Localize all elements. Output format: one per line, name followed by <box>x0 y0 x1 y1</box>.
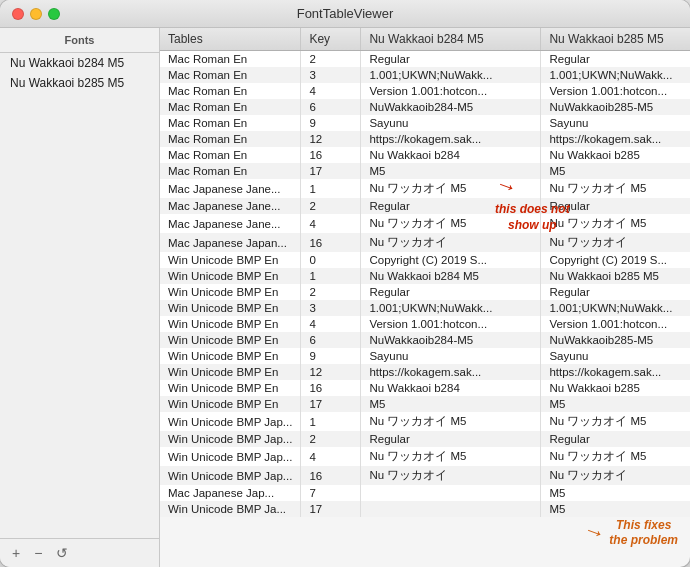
table-row[interactable]: Mac Japanese Japan... 16 Nu ワッカオイ Nu ワッカ… <box>160 233 690 252</box>
col-header-key: Key <box>301 28 361 51</box>
fonts-sidebar-footer: + − ↺ <box>0 538 159 567</box>
table-row[interactable]: Win Unicode BMP En 0 Copyright (C) 2019 … <box>160 252 690 268</box>
cell-tables: Win Unicode BMP En <box>160 284 301 300</box>
cell-font1: Version 1.001:hotcon... <box>361 316 541 332</box>
cell-font1: Regular <box>361 284 541 300</box>
cell-key: 4 <box>301 214 361 233</box>
cell-font2: M5 <box>541 396 690 412</box>
cell-tables: Win Unicode BMP Jap... <box>160 431 301 447</box>
cell-font1: Sayunu <box>361 115 541 131</box>
cell-tables: Win Unicode BMP Jap... <box>160 466 301 485</box>
cell-font2: NuWakkaoib285-M5 <box>541 332 690 348</box>
table-row[interactable]: Win Unicode BMP Jap... 1 Nu ワッカオイ M5 Nu … <box>160 412 690 431</box>
table-row[interactable]: Mac Roman En 9 Sayunu Sayunu <box>160 115 690 131</box>
cell-key: 17 <box>301 396 361 412</box>
annotation-top-text: this does notshow up <box>495 202 570 233</box>
table-row[interactable]: Mac Roman En 4 Version 1.001:hotcon... V… <box>160 83 690 99</box>
cell-key: 16 <box>301 147 361 163</box>
annotation-bottom-text: This fixesthe problem <box>609 518 678 549</box>
cell-key: 16 <box>301 380 361 396</box>
add-font-button[interactable]: + <box>8 543 24 563</box>
table-row[interactable]: Mac Japanese Jap... 7 M5 <box>160 485 690 501</box>
cell-key: 2 <box>301 198 361 214</box>
table-row[interactable]: Win Unicode BMP En 17 M5 M5 <box>160 396 690 412</box>
cell-tables: Mac Roman En <box>160 67 301 83</box>
table-row[interactable]: Win Unicode BMP En 9 Sayunu Sayunu <box>160 348 690 364</box>
table-row[interactable]: Mac Japanese Jane... 1 Nu ワッカオイ M5 Nu ワッ… <box>160 179 690 198</box>
annotation-top: ← this does notshow up <box>495 176 570 233</box>
cell-key: 2 <box>301 284 361 300</box>
cell-font2: Regular <box>541 431 690 447</box>
cell-tables: Win Unicode BMP Jap... <box>160 412 301 431</box>
content-area: Fonts Nu Wakkaoi b284 M5 Nu Wakkaoi b285… <box>0 28 690 567</box>
cell-key: 12 <box>301 131 361 147</box>
sidebar-font-1[interactable]: Nu Wakkaoi b284 M5 <box>0 53 159 73</box>
refresh-font-button[interactable]: ↺ <box>52 543 72 563</box>
table-row[interactable]: Win Unicode BMP Jap... 2 Regular Regular <box>160 431 690 447</box>
cell-font2: Regular <box>541 51 690 68</box>
table-row[interactable]: Win Unicode BMP En 4 Version 1.001:hotco… <box>160 316 690 332</box>
table-row[interactable]: Win Unicode BMP Ja... 17 M5 <box>160 501 690 517</box>
table-row[interactable]: Mac Roman En 12 https://kokagem.sak... h… <box>160 131 690 147</box>
cell-key: 4 <box>301 316 361 332</box>
arrow-left-bottom: ← <box>580 519 608 547</box>
cell-font2: Nu Wakkaoi b285 <box>541 380 690 396</box>
cell-tables: Mac Japanese Japan... <box>160 233 301 252</box>
table-row[interactable]: Mac Roman En 3 1.001;UKWN;NuWakk... 1.00… <box>160 67 690 83</box>
cell-key: 9 <box>301 115 361 131</box>
cell-font1: Nu ワッカオイ M5 <box>361 412 541 431</box>
traffic-lights <box>12 8 60 20</box>
cell-tables: Win Unicode BMP En <box>160 300 301 316</box>
table-row[interactable]: Win Unicode BMP En 1 Nu Wakkaoi b284 M5 … <box>160 268 690 284</box>
cell-key: 2 <box>301 431 361 447</box>
cell-font2: Nu Wakkaoi b285 <box>541 147 690 163</box>
cell-tables: Win Unicode BMP Ja... <box>160 501 301 517</box>
cell-key: 1 <box>301 268 361 284</box>
cell-tables: Win Unicode BMP En <box>160 268 301 284</box>
table-row[interactable]: Win Unicode BMP En 16 Nu Wakkaoi b284 Nu… <box>160 380 690 396</box>
table-row[interactable]: Mac Roman En 2 Regular Regular <box>160 51 690 68</box>
cell-tables: Win Unicode BMP En <box>160 364 301 380</box>
sidebar-font-2[interactable]: Nu Wakkaoi b285 M5 <box>0 73 159 93</box>
table-row[interactable]: Win Unicode BMP Jap... 16 Nu ワッカオイ Nu ワッ… <box>160 466 690 485</box>
cell-tables: Mac Japanese Jane... <box>160 198 301 214</box>
cell-font2: Version 1.001:hotcon... <box>541 316 690 332</box>
main-panel: Tables Key Nu Wakkaoi b284 M5 Nu Wakkaoi… <box>160 28 690 567</box>
app-window: FontTableViewer Fonts Nu Wakkaoi b284 M5… <box>0 0 690 567</box>
cell-font2: Nu ワッカオイ <box>541 233 690 252</box>
maximize-button[interactable] <box>48 8 60 20</box>
table-row[interactable]: Mac Japanese Jane... 2 Regular Regular <box>160 198 690 214</box>
remove-font-button[interactable]: − <box>30 543 46 563</box>
cell-font2: Regular <box>541 284 690 300</box>
fonts-list: Nu Wakkaoi b284 M5 Nu Wakkaoi b285 M5 <box>0 53 159 538</box>
close-button[interactable] <box>12 8 24 20</box>
cell-font1: Nu Wakkaoi b284 <box>361 380 541 396</box>
minimize-button[interactable] <box>30 8 42 20</box>
cell-font1: Nu Wakkaoi b284 <box>361 147 541 163</box>
table-row[interactable]: Win Unicode BMP En 6 NuWakkaoib284-M5 Nu… <box>160 332 690 348</box>
cell-key: 7 <box>301 485 361 501</box>
table-row[interactable]: Win Unicode BMP En 3 1.001;UKWN;NuWakk..… <box>160 300 690 316</box>
cell-font1: https://kokagem.sak... <box>361 364 541 380</box>
cell-tables: Mac Roman En <box>160 99 301 115</box>
fonts-sidebar-header: Fonts <box>0 28 159 53</box>
cell-font2: M5 <box>541 501 690 517</box>
cell-tables: Mac Japanese Jane... <box>160 179 301 198</box>
cell-key: 16 <box>301 466 361 485</box>
table-container[interactable]: Tables Key Nu Wakkaoi b284 M5 Nu Wakkaoi… <box>160 28 690 567</box>
table-row[interactable]: Win Unicode BMP En 12 https://kokagem.sa… <box>160 364 690 380</box>
cell-font2: Sayunu <box>541 348 690 364</box>
cell-tables: Mac Roman En <box>160 115 301 131</box>
table-row[interactable]: Mac Roman En 17 M5 M5 <box>160 163 690 179</box>
table-row[interactable]: Mac Roman En 6 NuWakkaoib284-M5 NuWakkao… <box>160 99 690 115</box>
table-row[interactable]: Mac Japanese Jane... 4 Nu ワッカオイ M5 Nu ワッ… <box>160 214 690 233</box>
cell-font1: NuWakkaoib284-M5 <box>361 332 541 348</box>
table-row[interactable]: Mac Roman En 16 Nu Wakkaoi b284 Nu Wakka… <box>160 147 690 163</box>
cell-tables: Mac Japanese Jap... <box>160 485 301 501</box>
table-row[interactable]: Win Unicode BMP En 2 Regular Regular <box>160 284 690 300</box>
cell-tables: Mac Roman En <box>160 131 301 147</box>
cell-key: 2 <box>301 51 361 68</box>
table-row[interactable]: Win Unicode BMP Jap... 4 Nu ワッカオイ M5 Nu … <box>160 447 690 466</box>
cell-tables: Mac Roman En <box>160 147 301 163</box>
cell-key: 1 <box>301 179 361 198</box>
